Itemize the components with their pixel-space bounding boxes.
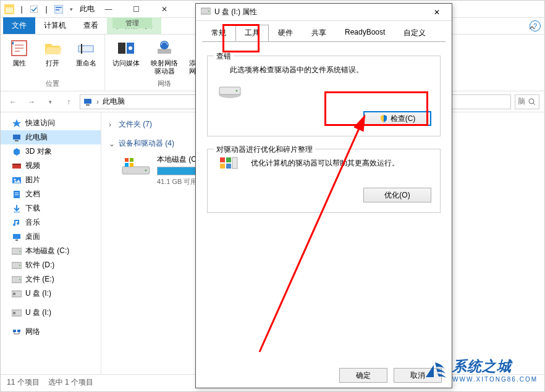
maximize-button[interactable]: ☐ <box>122 1 150 18</box>
dialog-tab[interactable]: 工具 <box>235 25 269 41</box>
dialog-tab[interactable]: 共享 <box>302 25 336 41</box>
dialog-close-button[interactable]: ✕ <box>427 6 447 19</box>
sidebar-item[interactable]: 网络 <box>1 325 101 339</box>
help-button[interactable]: ? <box>530 20 541 31</box>
sidebar-item[interactable]: 下载 <box>1 201 101 215</box>
svg-rect-30 <box>13 234 20 239</box>
properties-button[interactable]: 属性 <box>6 38 33 67</box>
video-icon <box>12 161 22 171</box>
back-button[interactable]: ← <box>6 94 20 109</box>
doc-icon <box>12 190 22 199</box>
svg-rect-12 <box>158 49 171 54</box>
properties-icon[interactable] <box>54 4 64 14</box>
svg-rect-4 <box>56 7 62 8</box>
svg-rect-21 <box>15 140 19 141</box>
forward-button[interactable]: → <box>24 94 39 109</box>
pc-icon <box>83 97 93 107</box>
watermark-logo-icon <box>423 357 447 382</box>
svg-rect-43 <box>17 330 20 332</box>
chevron-down-icon[interactable]: ▾ <box>43 94 57 109</box>
optimize-text: 优化计算机的驱动器可以帮助其更高效运行。 <box>251 157 431 169</box>
dialog-tab[interactable]: 自定义 <box>394 25 435 41</box>
tab-computer[interactable]: 计算机 <box>35 17 75 34</box>
dialog-tab[interactable]: 硬件 <box>269 25 302 41</box>
sidebar-item-label: 图片 <box>25 175 40 185</box>
rename-button[interactable]: 重命名 <box>72 38 99 67</box>
sidebar-item[interactable]: 视频 <box>1 159 101 173</box>
dialog-tab[interactable]: ReadyBoost <box>336 25 394 41</box>
svg-point-45 <box>145 170 147 172</box>
net-icon <box>12 327 22 337</box>
close-button[interactable]: ✕ <box>150 1 178 18</box>
sidebar-item[interactable]: 桌面 <box>1 230 101 244</box>
optimize-button-label: 优化(O) <box>384 190 410 201</box>
shield-icon <box>379 114 388 123</box>
folder-open-icon <box>43 38 62 58</box>
sidebar-item[interactable]: 本地磁盘 (C:) <box>1 244 101 258</box>
checkbox-icon[interactable] <box>29 4 39 14</box>
search-input[interactable]: 脑 <box>515 94 539 109</box>
dialog-tab[interactable]: 常规 <box>202 25 235 41</box>
media-icon <box>116 38 136 58</box>
image-icon <box>12 175 22 185</box>
dialog-body: 查错 此选项将检查驱动器中的文件系统错误。 检查(C) 对驱动器进行优化和碎片整… <box>202 41 446 362</box>
map-drive-icon <box>154 38 174 58</box>
window-title: 此电 <box>80 4 95 14</box>
address-location: 此电脑 <box>103 96 125 107</box>
check-button[interactable]: 检查(C) <box>363 111 431 126</box>
desk-icon <box>12 232 22 242</box>
drive-icon <box>201 7 211 17</box>
sidebar-item[interactable]: 此电脑 <box>1 130 101 144</box>
dialog-titlebar[interactable]: U 盘 (I:) 属性 ✕ <box>196 4 452 21</box>
qat-divider: | <box>41 4 51 14</box>
sidebar-item[interactable]: 文档 <box>1 187 101 201</box>
dialog-tabs: 常规工具硬件共享ReadyBoost自定义 <box>196 21 452 41</box>
quick-access-toolbar: | | ▾ <box>1 4 80 14</box>
sidebar-item[interactable]: 软件 (D:) <box>1 258 101 272</box>
media-button[interactable]: 访问媒体 <box>110 38 142 67</box>
group-optimize: 对驱动器进行优化和碎片整理 优化计算机的驱动器可以帮助其更高效运行。 优化(O) <box>207 149 441 213</box>
svg-rect-18 <box>86 104 90 106</box>
sidebar-item-label: 网络 <box>25 327 40 337</box>
svg-rect-23 <box>12 164 21 165</box>
sidebar-item[interactable]: U 盘 (I:) <box>1 306 101 320</box>
sidebar-item-label: 下载 <box>25 203 40 214</box>
sidebar-item-label: 桌面 <box>25 231 40 242</box>
tab-file[interactable]: 文件 <box>3 17 35 34</box>
group-errorcheck-title: 查错 <box>214 51 234 62</box>
drive-icon <box>216 80 243 101</box>
svg-rect-1 <box>6 7 13 13</box>
open-button[interactable]: 打开 <box>39 38 66 67</box>
sidebar-item[interactable]: U 盘 (I:) <box>1 286 101 301</box>
properties-icon <box>9 38 29 58</box>
svg-rect-28 <box>15 194 19 195</box>
svg-rect-48 <box>125 163 129 167</box>
sidebar-item[interactable]: 图片 <box>1 173 101 187</box>
star-icon <box>12 119 22 128</box>
minimize-button[interactable]: — <box>95 1 122 18</box>
tab-view[interactable]: 查看 <box>75 17 107 34</box>
svg-rect-9 <box>118 43 125 54</box>
sidebar-item[interactable]: 文件 (E:) <box>1 272 101 286</box>
sidebar-item[interactable]: 音乐 <box>1 215 101 230</box>
chevron-right-icon: › <box>96 98 99 106</box>
svg-rect-8 <box>81 44 82 54</box>
window-controls: — ☐ ✕ <box>95 1 178 18</box>
watermark-brand: 系统之城 <box>452 357 538 376</box>
chevron-down-icon: ⌄ <box>109 140 116 148</box>
sidebar-item[interactable]: 快速访问 <box>1 116 101 130</box>
map-drive-button[interactable]: 映射网络 驱动器 <box>148 38 180 75</box>
sidebar-item-label: 此电脑 <box>25 132 48 143</box>
caret-icon[interactable]: ▾ <box>66 4 76 14</box>
contextual-header: 管理 <box>112 18 152 28</box>
ok-button[interactable]: 确定 <box>339 368 387 383</box>
svg-point-56 <box>236 90 238 92</box>
up-button[interactable]: ↑ <box>61 94 76 109</box>
nav-sidebar: 快速访问此电脑3D 对象视频图片文档下载音乐桌面本地磁盘 (C:)软件 (D:)… <box>1 112 101 374</box>
svg-rect-47 <box>130 158 133 162</box>
optimize-button[interactable]: 优化(O) <box>363 188 431 202</box>
svg-point-53 <box>208 10 209 12</box>
qat-divider: | <box>17 4 27 14</box>
sidebar-item[interactable]: 3D 对象 <box>1 144 101 159</box>
svg-rect-2 <box>30 6 38 13</box>
